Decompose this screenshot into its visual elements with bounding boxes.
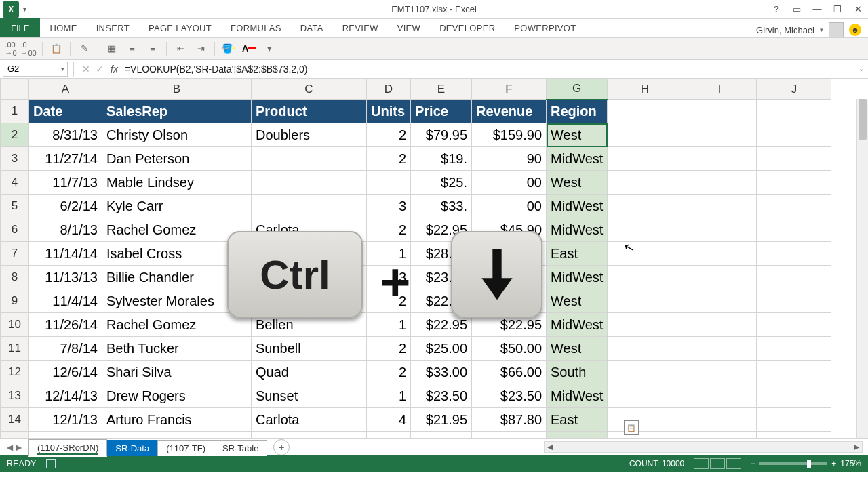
cell[interactable]: $19. — [411, 147, 472, 171]
cell[interactable]: $159.90 — [472, 123, 547, 147]
sheet-nav-next-icon[interactable]: ▶ — [16, 443, 22, 452]
cell[interactable]: $87.80 — [472, 408, 547, 432]
decrease-decimal-icon[interactable]: .0→00 — [22, 42, 35, 56]
cell[interactable]: $25.00 — [411, 337, 472, 361]
cell[interactable]: 1 — [367, 313, 411, 337]
empty-cell[interactable] — [682, 432, 757, 439]
empty-cell[interactable] — [682, 266, 757, 289]
macro-record-icon[interactable] — [46, 459, 56, 468]
empty-cell[interactable] — [682, 147, 757, 171]
empty-cell[interactable] — [757, 147, 831, 171]
cell[interactable]: 2 — [367, 432, 411, 439]
empty-cell[interactable] — [682, 171, 757, 195]
cell[interactable]: 3 — [367, 195, 411, 218]
view-tab[interactable]: VIEW — [388, 18, 430, 37]
empty-cell[interactable] — [757, 313, 831, 337]
pagelayout-tab[interactable]: PAGE LAYOUT — [139, 18, 221, 37]
empty-cell[interactable] — [608, 408, 682, 432]
cell[interactable]: Kyle Carr — [102, 195, 252, 218]
empty-cell[interactable] — [682, 289, 757, 313]
review-tab[interactable]: REVIEW — [333, 18, 388, 37]
cell[interactable]: South — [547, 361, 608, 384]
empty-cell[interactable] — [682, 384, 757, 408]
empty-cell[interactable] — [757, 337, 831, 361]
empty-cell[interactable] — [608, 361, 682, 384]
header-cell[interactable]: Price — [411, 100, 472, 123]
cell[interactable]: $79.95 — [411, 123, 472, 147]
increase-decimal-icon[interactable]: .00→0 — [4, 42, 18, 56]
cell[interactable]: West — [547, 289, 608, 313]
cell[interactable]: 11/11/14 — [29, 432, 102, 439]
cell[interactable] — [252, 195, 367, 218]
empty-cell[interactable] — [682, 195, 757, 218]
cell[interactable]: 11/13/13 — [29, 266, 102, 289]
empty-cell[interactable] — [757, 432, 831, 439]
cell[interactable]: 7/8/14 — [29, 337, 102, 361]
qat-dropdown-icon[interactable]: ▾ — [23, 5, 26, 13]
cell[interactable]: 12/1/13 — [29, 408, 102, 432]
cell[interactable]: $33. — [411, 195, 472, 218]
empty-cell[interactable] — [608, 384, 682, 408]
cell[interactable]: 8/1/13 — [29, 218, 102, 242]
cell[interactable] — [252, 147, 367, 171]
cell[interactable]: West — [547, 171, 608, 195]
cell[interactable] — [367, 171, 411, 195]
cell[interactable]: Beth Tucker — [102, 337, 252, 361]
cell[interactable]: Arturo Francis — [102, 408, 252, 432]
col-header-F[interactable]: F — [472, 79, 547, 100]
row-header[interactable]: 1 — [1, 100, 29, 123]
col-header-A[interactable]: A — [29, 79, 102, 100]
cell[interactable]: 2 — [367, 361, 411, 384]
empty-cell[interactable] — [757, 218, 831, 242]
empty-cell[interactable] — [757, 361, 831, 384]
cell[interactable]: 8/31/13 — [29, 123, 102, 147]
formulas-tab[interactable]: FORMULAS — [221, 18, 291, 37]
cell[interactable]: Drew Rogers — [102, 384, 252, 408]
account-dropdown-icon[interactable]: ▾ — [820, 26, 823, 33]
cell[interactable]: $25. — [411, 171, 472, 195]
page-break-view-icon[interactable] — [726, 458, 741, 469]
close-icon[interactable]: ✕ — [849, 3, 867, 16]
row-header[interactable]: 12 — [1, 361, 29, 384]
home-tab[interactable]: HOME — [40, 18, 86, 37]
select-all-corner[interactable] — [1, 79, 29, 100]
sheet-tab[interactable]: (1107-SRorDN) — [28, 439, 107, 457]
sheet-tab[interactable]: SR-Table — [214, 440, 267, 456]
empty-cell[interactable] — [608, 100, 682, 123]
empty-cell[interactable] — [608, 313, 682, 337]
cell[interactable]: 11/14/14 — [29, 242, 102, 266]
cell[interactable]: 11/27/14 — [29, 147, 102, 171]
empty-cell[interactable] — [757, 171, 831, 195]
row-header[interactable]: 15 — [1, 432, 29, 439]
cell[interactable]: 4 — [367, 408, 411, 432]
empty-cell[interactable] — [608, 337, 682, 361]
cell[interactable]: East — [547, 408, 608, 432]
row-header[interactable]: 9 — [1, 289, 29, 313]
cell[interactable]: $23.50 — [472, 384, 547, 408]
cell[interactable]: MidWest — [547, 195, 608, 218]
cell[interactable]: 11/7/13 — [29, 171, 102, 195]
header-cell[interactable]: Date — [29, 100, 102, 123]
cell[interactable]: MidWest — [547, 266, 608, 289]
cell[interactable]: 12/6/14 — [29, 361, 102, 384]
empty-cell[interactable] — [757, 123, 831, 147]
header-cell[interactable]: Product — [252, 100, 367, 123]
empty-cell[interactable] — [757, 384, 831, 408]
row-header[interactable]: 2 — [1, 123, 29, 147]
cell[interactable]: 12/14/13 — [29, 384, 102, 408]
hscroll-left-icon[interactable]: ◀ — [545, 443, 555, 451]
help-icon[interactable]: ? — [768, 3, 785, 16]
cell[interactable]: 2 — [367, 123, 411, 147]
data-tab[interactable]: DATA — [291, 18, 333, 37]
empty-cell[interactable] — [757, 242, 831, 266]
horizontal-scrollbar[interactable]: ◀ ▶ — [544, 441, 863, 453]
cell[interactable]: $66.00 — [472, 361, 547, 384]
more-commands-dropdown-icon[interactable]: ▾ — [262, 42, 276, 56]
empty-cell[interactable] — [682, 313, 757, 337]
row-header[interactable]: 14 — [1, 408, 29, 432]
empty-cell[interactable] — [608, 266, 682, 289]
header-cell[interactable]: Region — [547, 100, 608, 123]
cell[interactable]: MidWest — [547, 313, 608, 337]
empty-cell[interactable] — [682, 218, 757, 242]
cell[interactable]: 2 — [367, 147, 411, 171]
